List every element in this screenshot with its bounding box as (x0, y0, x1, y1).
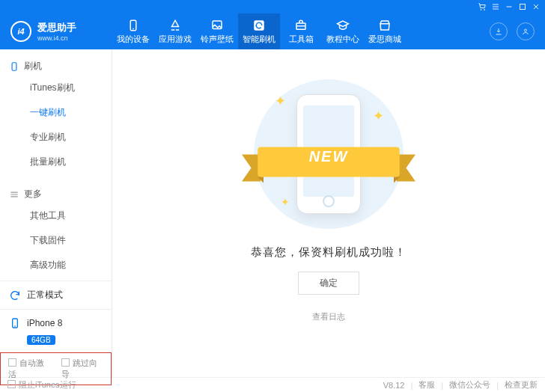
sidebar-group-title: 更多 (24, 188, 42, 200)
sparkle-icon: ✦ (275, 93, 286, 109)
sidebar-group-flash[interactable]: 刷机 (0, 57, 112, 76)
sidebar-item-oneclick-flash[interactable]: 一键刷机 (0, 100, 112, 125)
tab-apps[interactable]: 应用游戏 (154, 13, 196, 49)
tab-label: 工具箱 (289, 34, 314, 45)
toolbox-icon (294, 19, 308, 32)
device-info[interactable]: iPhone 8 64GB (0, 309, 112, 352)
sidebar: 刷机 iTunes刷机 一键刷机 专业刷机 批量刷机 更多 其他工具 下载固件 … (0, 49, 112, 377)
check-update-link[interactable]: 检查更新 (505, 379, 538, 391)
user-icon[interactable] (517, 22, 535, 40)
checkbox-icon (7, 380, 16, 388)
tab-label: 教程中心 (326, 34, 359, 45)
refresh-icon (252, 19, 266, 32)
sidebar-item-pro-flash[interactable]: 专业刷机 (0, 125, 112, 150)
success-title: 恭喜您，保资料刷机成功啦！ (112, 245, 545, 260)
tab-label: 我的设备 (117, 34, 150, 45)
brand-title: 爱思助手 (37, 21, 76, 34)
device-capacity-badge: 64GB (27, 335, 55, 345)
wechat-link[interactable]: 微信公众号 (449, 379, 490, 391)
svg-rect-8 (12, 62, 16, 70)
sparkle-icon: ✦ (373, 108, 384, 124)
device-name: iPhone 8 (27, 318, 62, 328)
graduation-icon (336, 19, 350, 32)
svg-point-7 (525, 29, 527, 31)
checkbox-label: 阻止iTunes运行 (19, 380, 76, 389)
image-icon (210, 19, 224, 32)
menu-icon[interactable] (491, 2, 500, 11)
list-icon (9, 189, 19, 200)
checkbox-skip-wizard[interactable]: 跳过向导 (61, 358, 104, 380)
store-icon (378, 19, 392, 32)
checkbox-auto-activate[interactable]: 自动激活 (8, 358, 51, 380)
device-mode-label: 正常模式 (27, 289, 63, 301)
maximize-icon[interactable] (518, 2, 527, 11)
brand-site: www.i4.cn (37, 34, 76, 42)
view-log-link[interactable]: 查看日志 (112, 311, 545, 322)
svg-point-1 (484, 10, 485, 10)
content-area: ✦ ✦ ✦ NEW 恭喜您，保资料刷机成功啦！ 确定 查看日志 (112, 49, 545, 377)
sidebar-group-title: 刷机 (24, 60, 42, 73)
phone-icon (127, 19, 140, 32)
sidebar-item-other-tools[interactable]: 其他工具 (0, 203, 112, 228)
separator: | (410, 381, 412, 390)
appstore-icon (168, 19, 182, 32)
tab-label: 应用游戏 (159, 34, 192, 45)
tab-label: 铃声壁纸 (201, 34, 234, 45)
success-illustration: ✦ ✦ ✦ NEW (254, 79, 404, 229)
tab-flash[interactable]: 智能刷机 (238, 13, 280, 49)
refresh-small-icon (9, 290, 21, 301)
sidebar-item-advanced[interactable]: 高级功能 (0, 253, 112, 278)
top-nav: i4 爱思助手 www.i4.cn 我的设备 应用游戏 铃声壁纸 智能刷机 工具… (0, 13, 545, 49)
cart-icon[interactable] (478, 2, 487, 11)
ok-button[interactable]: 确定 (298, 272, 359, 295)
brand-logo-icon: i4 (10, 21, 31, 42)
brand: i4 爱思助手 www.i4.cn (0, 21, 112, 42)
tab-my-device[interactable]: 我的设备 (112, 13, 154, 49)
minimize-icon[interactable] (505, 2, 514, 11)
sidebar-item-itunes-flash[interactable]: iTunes刷机 (0, 76, 112, 100)
sidebar-item-download-firmware[interactable]: 下载固件 (0, 228, 112, 253)
tab-tutorials[interactable]: 教程中心 (322, 13, 364, 49)
checkbox-block-itunes[interactable]: 阻止iTunes运行 (7, 379, 76, 391)
download-center-icon[interactable] (490, 22, 508, 40)
checkbox-icon (8, 358, 16, 367)
sidebar-group-more[interactable]: 更多 (0, 185, 112, 203)
close-icon[interactable] (532, 2, 541, 11)
svg-point-0 (481, 10, 481, 10)
window-titlebar (0, 0, 545, 13)
ribbon-text: NEW (242, 148, 415, 165)
separator: | (496, 381, 499, 390)
tab-label: 爱思商城 (368, 34, 401, 45)
customer-service-link[interactable]: 客服 (418, 379, 435, 391)
separator: | (441, 381, 443, 390)
svg-rect-5 (254, 20, 264, 31)
tab-store[interactable]: 爱思商城 (364, 13, 406, 49)
ribbon-icon: NEW (242, 139, 415, 192)
device-mode[interactable]: 正常模式 (0, 281, 112, 309)
checkbox-icon (61, 358, 70, 367)
tab-label: 智能刷机 (243, 34, 275, 45)
device-phone-icon (9, 317, 21, 329)
version-label: V8.12 (383, 381, 405, 390)
tab-toolbox[interactable]: 工具箱 (280, 13, 322, 49)
phone-small-icon (9, 61, 19, 72)
tab-ringtones[interactable]: 铃声壁纸 (196, 13, 238, 49)
sidebar-item-batch-flash[interactable]: 批量刷机 (0, 150, 112, 174)
sparkle-icon: ✦ (281, 196, 290, 208)
svg-rect-2 (520, 4, 526, 10)
